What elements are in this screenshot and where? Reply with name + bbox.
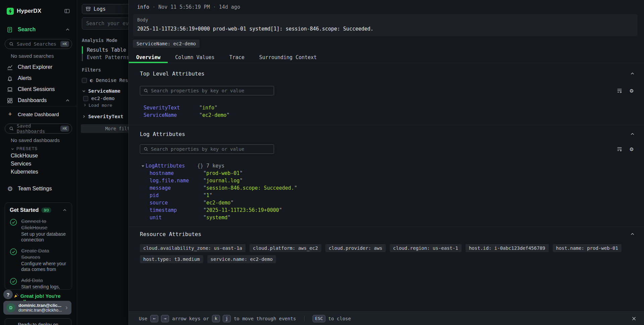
- kbd-shortcut: ⌘K: [60, 41, 69, 47]
- get-started-step[interactable]: Create Data Sources Configure where your…: [10, 247, 67, 272]
- gear-icon[interactable]: ⚙: [628, 146, 635, 152]
- kbd-k: k: [212, 315, 220, 322]
- attribute-key[interactable]: source: [150, 200, 203, 206]
- attribute-value[interactable]: 2025-11-11T23:56:19+0000: [203, 207, 282, 213]
- search-icon: [144, 88, 148, 93]
- tab-column-values[interactable]: Column Values: [168, 53, 222, 63]
- resource-chip[interactable]: service.name: ec2-demo: [207, 255, 276, 263]
- collapse-section-icon[interactable]: [630, 132, 635, 137]
- tab-surrounding-context[interactable]: Surrounding Context: [252, 53, 324, 63]
- wrap-lines-icon[interactable]: [616, 146, 623, 152]
- sidebar-item-team-settings[interactable]: ⚙ Team Settings: [0, 184, 77, 193]
- chart-icon: [7, 64, 13, 71]
- attribute-row[interactable]: message session-846.scope: Succeeded.: [140, 184, 635, 192]
- logattributes-tree-parent[interactable]: LogAttributes {} 7 keys: [140, 162, 635, 170]
- attribute-row[interactable]: unit systemd: [140, 214, 635, 221]
- attribute-value[interactable]: info: [199, 105, 217, 111]
- tab-trace[interactable]: Trace: [222, 53, 252, 63]
- caret-down-icon[interactable]: [141, 165, 146, 168]
- attribute-value[interactable]: 1: [203, 192, 212, 198]
- plus-icon: +: [7, 111, 13, 118]
- attribute-row[interactable]: timestamp 2025-11-11T23:56:19+0000: [140, 206, 635, 214]
- wrap-lines-icon[interactable]: [616, 88, 623, 94]
- create-dashboard-button[interactable]: + Create Dashboard: [0, 109, 77, 119]
- attribute-key[interactable]: log.file.name: [150, 178, 203, 184]
- attribute-row[interactable]: SeverityText info: [140, 104, 635, 111]
- collapse-section-icon[interactable]: [630, 71, 635, 76]
- attribute-key[interactable]: hostname: [150, 170, 203, 176]
- collapse-section-icon[interactable]: [630, 232, 635, 237]
- property-search-box[interactable]: [140, 144, 274, 154]
- preset-clickhouse[interactable]: ClickHouse: [0, 152, 77, 160]
- gear-icon[interactable]: ⚙: [628, 88, 635, 94]
- property-search-input[interactable]: [151, 88, 270, 93]
- property-search-box[interactable]: [140, 86, 274, 95]
- attribute-key[interactable]: message: [150, 185, 203, 191]
- attribute-row[interactable]: hostname prod-web-01: [140, 170, 635, 177]
- resource-chip[interactable]: cloud.provider: aws: [325, 244, 386, 252]
- checkbox[interactable]: [83, 96, 88, 101]
- sidebar-item-dashboards[interactable]: Dashboards: [0, 96, 77, 105]
- attribute-key[interactable]: ServiceName: [144, 112, 199, 118]
- resource-chip[interactable]: cloud.platform: aws_ec2: [250, 244, 321, 252]
- drawer-footer: Use ← → arrow keys or k j to move throug…: [129, 312, 644, 325]
- attribute-key[interactable]: unit: [150, 215, 203, 221]
- attribute-row[interactable]: log.file.name journal.log: [140, 177, 635, 184]
- event-header: info · Nov 11 5:56:19 PM · 14d ago: [137, 4, 635, 10]
- source-selector-button[interactable]: Logs: [82, 4, 135, 14]
- sidebar-item-search[interactable]: Search: [0, 25, 77, 34]
- attribute-key[interactable]: SeverityText: [144, 105, 199, 111]
- resource-chip[interactable]: cloud.availability_zone: us-east-1a: [140, 244, 246, 252]
- resource-chip[interactable]: host.name: prod-web-01: [553, 244, 622, 252]
- attribute-value[interactable]: ec2-demo: [203, 200, 233, 206]
- sidebar-item-chart-explorer[interactable]: Chart Explorer: [0, 62, 77, 72]
- preset-kubernetes[interactable]: Kubernetes: [0, 168, 77, 176]
- footer-text: to close: [328, 316, 351, 321]
- presets-group[interactable]: PRESETS: [11, 146, 77, 152]
- attribute-value[interactable]: session-846.scope: Succeeded.: [203, 185, 297, 191]
- resource-chip[interactable]: host.id: i-0abc123def456789: [466, 244, 549, 252]
- user-name: dominic.tran@clic...: [18, 303, 62, 308]
- chevron-up-icon[interactable]: [65, 98, 70, 103]
- user-menu[interactable]: D dominic.tran@clic... dominic.tran@clic…: [3, 301, 71, 315]
- event-search-input[interactable]: [82, 17, 135, 30]
- user-email: dominic.tran@clickho...: [18, 308, 62, 313]
- close-icon[interactable]: [631, 316, 637, 321]
- attribute-key[interactable]: pid: [150, 192, 203, 198]
- checkbox[interactable]: [82, 78, 87, 83]
- tab-overview[interactable]: Overview: [129, 53, 168, 63]
- app-logo: HyperDX: [7, 6, 70, 16]
- attribute-value[interactable]: prod-web-01: [203, 170, 243, 176]
- get-started-step[interactable]: Connect to ClickHouse Set up your databa…: [10, 218, 67, 243]
- get-started-step[interactable]: Add Data Start sending logs, metrics, or…: [10, 277, 67, 290]
- saved-dashboards-input[interactable]: Saved Dashboards ⌘K: [5, 124, 72, 134]
- servicename-chip[interactable]: ServiceName: ec2-demo: [133, 40, 200, 48]
- sidebar-item-label: Search: [18, 27, 36, 33]
- attribute-row[interactable]: ServiceName ec2-demo: [140, 111, 635, 119]
- deploy-teaser-card[interactable]: Ready to deploy on: [5, 318, 71, 325]
- saved-dashboards-placeholder: Saved Dashboards: [17, 123, 57, 134]
- property-search-input[interactable]: [151, 146, 270, 152]
- source-label: Logs: [94, 6, 106, 12]
- create-dashboard-label: Create Dashboard: [18, 111, 59, 117]
- attribute-row[interactable]: source ec2-demo: [140, 199, 635, 206]
- sidebar-item-alerts[interactable]: Alerts: [0, 74, 77, 83]
- resource-chip[interactable]: host.type: t3.medium: [140, 255, 203, 263]
- attribute-value[interactable]: systemd: [203, 215, 230, 221]
- attribute-row[interactable]: pid 1: [140, 192, 635, 199]
- sidebar-item-client-sessions[interactable]: Client Sessions: [0, 85, 77, 94]
- saved-searches-input[interactable]: Saved Searches ⌘K: [5, 39, 72, 49]
- preset-services[interactable]: Services: [0, 160, 77, 168]
- attribute-value[interactable]: journal.log: [203, 178, 243, 184]
- attribute-key[interactable]: timestamp: [150, 207, 203, 213]
- check-circle-icon: [10, 219, 17, 243]
- chevron-up-icon[interactable]: [65, 27, 70, 32]
- collapse-sidebar-icon[interactable]: [64, 8, 70, 14]
- avatar: D: [6, 303, 15, 312]
- step-title: Connect to ClickHouse: [21, 218, 47, 230]
- chevron-up-icon[interactable]: [62, 208, 67, 213]
- attribute-value[interactable]: ec2-demo: [199, 112, 229, 118]
- resource-chip[interactable]: cloud.region: us-east-1: [390, 244, 462, 252]
- attribute-key[interactable]: LogAttributes: [146, 163, 197, 169]
- help-button[interactable]: ?: [3, 290, 13, 299]
